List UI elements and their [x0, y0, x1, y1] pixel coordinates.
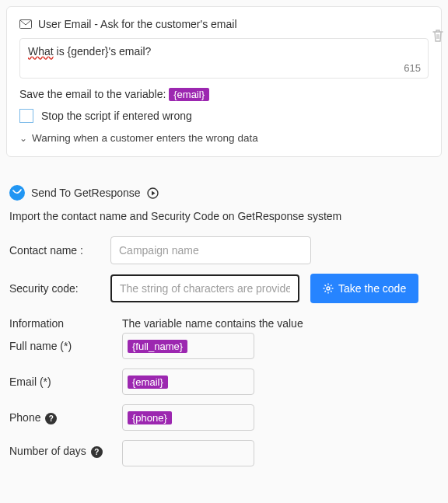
- svg-point-2: [327, 287, 330, 290]
- email-row: Email (*) {email}: [9, 369, 439, 395]
- stop-script-row: Stop the script if entered wrong: [19, 109, 429, 123]
- import-description: Import the contact name and Security Cod…: [9, 210, 439, 222]
- take-code-button[interactable]: Take the code: [310, 274, 418, 303]
- send-getresponse-section: Send To GetResponse Import the contact n…: [6, 183, 442, 482]
- security-code-input[interactable]: [110, 274, 299, 302]
- prompt-textarea-wrap: What is {gender}'s email? 615: [19, 38, 429, 79]
- fullname-label: Full name (*): [9, 340, 122, 352]
- play-icon[interactable]: [147, 187, 159, 199]
- section-title: Send To GetResponse: [31, 187, 141, 199]
- phone-label: Phone ?: [9, 411, 122, 424]
- variable-tag-email2[interactable]: {email}: [128, 376, 168, 389]
- stop-script-label: Stop the script if entered wrong: [41, 110, 192, 122]
- variable-tag-fullname[interactable]: {full_name}: [128, 340, 187, 353]
- information-heading: The variable name contains the value: [122, 317, 303, 330]
- email-input[interactable]: {email}: [122, 369, 254, 395]
- svg-line-9: [331, 285, 331, 286]
- variable-tag-phone[interactable]: {phone}: [128, 411, 172, 424]
- contact-name-input[interactable]: [110, 236, 311, 264]
- fullname-row: Full name (*) {full_name}: [9, 333, 439, 359]
- phone-row: Phone ? {phone}: [9, 404, 439, 431]
- gear-icon: [323, 283, 334, 294]
- warning-label: Warning when a customer enters the wrong…: [32, 132, 258, 144]
- security-code-label: Security code:: [9, 282, 110, 295]
- getresponse-icon: [9, 185, 25, 201]
- stop-script-checkbox[interactable]: [19, 109, 33, 123]
- variable-tag-email[interactable]: {email}: [169, 88, 209, 101]
- save-label: Save the email to the variable:: [19, 88, 169, 100]
- misspell-word: What: [28, 45, 54, 58]
- information-row: Information The variable name contains t…: [9, 317, 439, 330]
- svg-line-7: [325, 285, 326, 286]
- information-label: Information: [9, 317, 122, 330]
- char-count: 615: [404, 62, 421, 74]
- days-label: Number of days ?: [9, 440, 122, 458]
- help-icon[interactable]: ?: [45, 413, 57, 424]
- card-header: User Email - Ask for the customer's emai…: [19, 18, 429, 30]
- svg-line-8: [331, 291, 331, 292]
- days-row: Number of days ?: [9, 440, 439, 466]
- card-title: User Email - Ask for the customer's emai…: [38, 18, 237, 30]
- section-header: Send To GetResponse: [9, 185, 439, 201]
- prompt-rest: is {gender}'s email?: [54, 45, 152, 58]
- email-label: Email (*): [9, 376, 122, 388]
- fullname-input[interactable]: {full_name}: [122, 333, 254, 359]
- contact-name-row: Contact name :: [9, 236, 439, 264]
- envelope-icon: [19, 19, 32, 29]
- prompt-textarea[interactable]: What is {gender}'s email?: [19, 38, 429, 79]
- warning-expand-row[interactable]: ⌄ Warning when a customer enters the wro…: [19, 132, 429, 144]
- contact-name-label: Contact name :: [9, 244, 110, 257]
- days-input[interactable]: [122, 440, 254, 466]
- user-email-card: User Email - Ask for the customer's emai…: [6, 6, 442, 157]
- security-code-row: Security code: Take the code: [9, 274, 439, 303]
- help-icon[interactable]: ?: [91, 446, 103, 458]
- phone-input[interactable]: {phone}: [122, 404, 254, 431]
- take-code-label: Take the code: [338, 282, 406, 295]
- delete-icon[interactable]: [432, 29, 444, 43]
- svg-line-10: [325, 291, 326, 292]
- save-variable-line: Save the email to the variable: {email}: [19, 88, 429, 101]
- chevron-down-icon: ⌄: [19, 133, 27, 144]
